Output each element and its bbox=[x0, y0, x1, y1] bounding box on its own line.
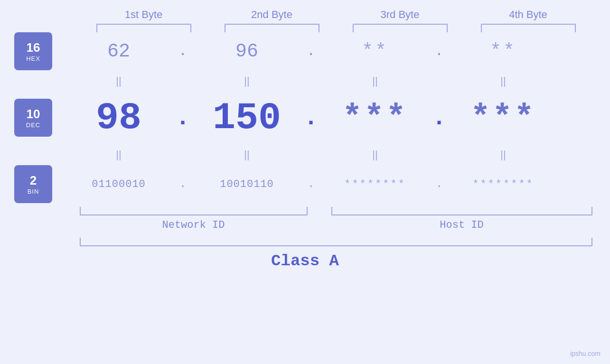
byte-headers: 1st Byte 2nd Byte 3rd Byte 4th Byte bbox=[80, 0, 592, 21]
bracket-host-id bbox=[331, 207, 592, 215]
sep1-b4: || bbox=[451, 75, 555, 87]
hex-values: 62 . 96 . ** . ** bbox=[66, 32, 610, 70]
hex-b1-value: 62 bbox=[107, 41, 130, 62]
dec-values: 98 . 150 . *** . *** bbox=[66, 92, 610, 144]
sep2-b4: || bbox=[451, 149, 555, 161]
bracket-byte2 bbox=[225, 24, 319, 32]
sep2-b3: || bbox=[323, 149, 427, 161]
sep2-b1: || bbox=[66, 149, 171, 161]
dec-row-group: 10 DEC 98 . 150 . *** . *** bbox=[0, 92, 610, 144]
dec-dot2: . bbox=[299, 104, 323, 131]
bin-dot2: . bbox=[299, 178, 323, 190]
sep2-values: || || || || bbox=[66, 144, 610, 165]
bracket-network-id bbox=[80, 207, 308, 215]
dec-badge: 10 DEC bbox=[14, 99, 52, 137]
bracket-byte1 bbox=[96, 24, 191, 32]
hex-badge: 16 HEX bbox=[14, 32, 52, 70]
bin-b2: 10010110 bbox=[195, 178, 299, 190]
bin-dot1: . bbox=[171, 178, 195, 190]
hex-dot1: . bbox=[171, 43, 195, 59]
dec-b2: 150 bbox=[195, 96, 299, 140]
hex-dot3: . bbox=[427, 43, 451, 59]
bottom-brackets-area: Network ID Host ID bbox=[80, 207, 592, 231]
bin-badge-number: 2 bbox=[30, 173, 37, 188]
bottom-labels: Network ID Host ID bbox=[80, 219, 592, 231]
sep1-values: || || || || bbox=[66, 70, 610, 92]
dec-dot3: . bbox=[427, 104, 451, 131]
bin-b3: ******** bbox=[323, 178, 427, 190]
bottom-brackets bbox=[80, 207, 592, 215]
dec-badge-number: 10 bbox=[27, 107, 40, 121]
bin-b3-value: ******** bbox=[344, 178, 406, 190]
hex-b1: 62 bbox=[66, 41, 171, 62]
hex-badge-label: HEX bbox=[26, 55, 40, 62]
bin-badge: 2 BIN bbox=[14, 165, 52, 203]
hex-b3: ** bbox=[323, 41, 427, 62]
bin-b1-value: 01100010 bbox=[92, 178, 146, 190]
dec-b4: *** bbox=[451, 99, 555, 137]
dec-b4-value: *** bbox=[470, 99, 536, 137]
bracket-byte4 bbox=[481, 24, 576, 32]
hex-b2: 96 bbox=[195, 41, 299, 62]
hex-dot2: . bbox=[299, 43, 323, 59]
sep2-b2: || bbox=[195, 149, 299, 161]
main-container: 1st Byte 2nd Byte 3rd Byte 4th Byte 16 H… bbox=[0, 0, 610, 364]
bin-b4-value: ******** bbox=[472, 178, 534, 190]
hex-b4: ** bbox=[451, 41, 555, 62]
network-id-label: Network ID bbox=[80, 219, 308, 231]
class-bracket bbox=[80, 238, 592, 246]
bin-b1: 01100010 bbox=[66, 178, 171, 190]
host-id-label: Host ID bbox=[331, 219, 592, 231]
bin-values: 01100010 . 10010110 . ******** . *******… bbox=[66, 168, 610, 201]
bin-b2-value: 10010110 bbox=[220, 178, 274, 190]
byte2-header: 2nd Byte bbox=[220, 9, 324, 21]
dec-badge-wrapper: 10 DEC bbox=[0, 99, 66, 137]
dec-badge-label: DEC bbox=[26, 121, 40, 129]
dec-b1-value: 98 bbox=[96, 96, 141, 140]
bin-b4: ******** bbox=[451, 178, 555, 190]
sep-row-2: || || || || bbox=[0, 144, 610, 165]
hex-b2-value: 96 bbox=[235, 41, 258, 62]
top-brackets bbox=[80, 24, 592, 32]
dec-b3-value: *** bbox=[342, 99, 408, 137]
dec-b2-value: 150 bbox=[213, 96, 281, 140]
bracket-byte3 bbox=[353, 24, 448, 32]
sep1-b2: || bbox=[195, 75, 299, 87]
dec-b3: *** bbox=[323, 99, 427, 137]
hex-badge-number: 16 bbox=[27, 40, 40, 55]
class-label: Class A bbox=[0, 252, 610, 270]
watermark: ipshu.com bbox=[570, 350, 601, 357]
hex-badge-wrapper: 16 HEX bbox=[0, 32, 66, 70]
bin-row-group: 2 BIN 01100010 . 10010110 . ******** . bbox=[0, 165, 610, 203]
hex-b4-value: ** bbox=[490, 41, 516, 62]
bin-badge-label: BIN bbox=[28, 188, 39, 195]
byte3-header: 3rd Byte bbox=[348, 9, 452, 21]
dec-dot1: . bbox=[171, 104, 195, 131]
sep1-b3: || bbox=[323, 75, 427, 87]
sep1-b1: || bbox=[66, 75, 171, 87]
hex-b3-value: ** bbox=[362, 41, 388, 62]
hex-row-group: 16 HEX 62 . 96 . ** . ** bbox=[0, 32, 610, 70]
sep-row-1: || || || || bbox=[0, 70, 610, 92]
byte1-header: 1st Byte bbox=[92, 9, 196, 21]
dec-b1: 98 bbox=[66, 96, 171, 140]
bin-badge-wrapper: 2 BIN bbox=[0, 165, 66, 203]
bin-dot3: . bbox=[427, 178, 451, 190]
byte4-header: 4th Byte bbox=[476, 9, 581, 21]
